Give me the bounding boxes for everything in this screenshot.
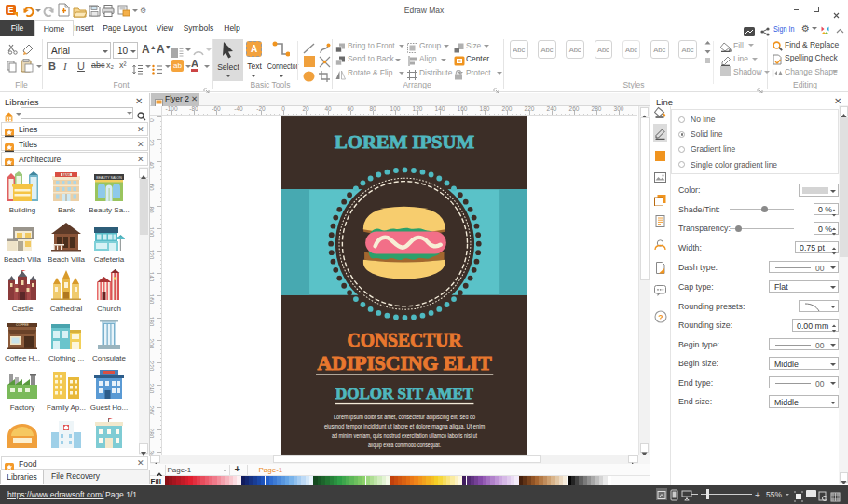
svg-text:BANK: BANK (62, 173, 71, 177)
svg-text:Lorem ipsum dolbr sit amet, co: Lorem ipsum dolbr sit amet, consectetur … (334, 414, 475, 421)
svg-text:ADIPISCING ELIT: ADIPISCING ELIT (317, 352, 492, 375)
svg-text:COFFEE: COFFEE (16, 323, 29, 327)
svg-text:LOREM IPSUM: LOREM IPSUM (335, 132, 474, 152)
svg-text:ad minim veniam, quis nostrud: ad minim veniam, quis nostrud exercitati… (332, 432, 477, 440)
svg-text:aliquip exea commodo consequat: aliquip exea commodo consequat. (368, 442, 441, 449)
svg-text:?: ? (658, 313, 663, 322)
svg-text:eiusmod tempor incididunt ut l: eiusmod tempor incididunt ut labore et d… (324, 423, 485, 430)
svg-text:CONSECTUR: CONSECTUR (347, 329, 462, 351)
svg-text:E: E (7, 6, 13, 15)
svg-text:DOLOR SIT AMET: DOLOR SIT AMET (335, 384, 473, 402)
svg-text:BEAUTY SALON: BEAUTY SALON (96, 176, 122, 180)
